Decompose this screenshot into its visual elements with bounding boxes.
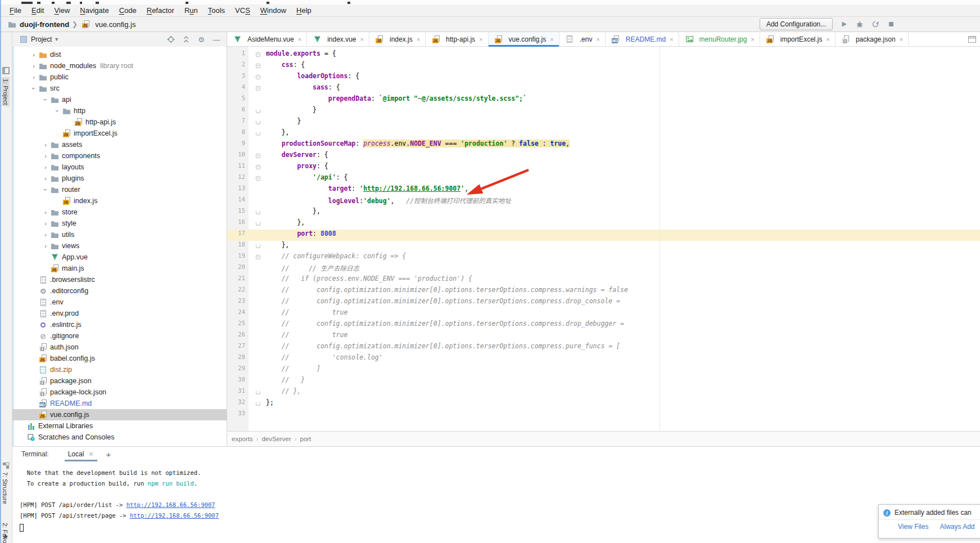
tab-vue.config.js[interactable]: JSvue.config.js× <box>489 32 559 46</box>
chevron-collapsed-icon[interactable]: › <box>42 209 49 216</box>
terminal-link[interactable]: http://192.168.66.56:9007 <box>127 501 215 508</box>
code-line-23[interactable]: 23 // config.optimization.minimizer[0].o… <box>227 297 980 308</box>
tab-package.json[interactable]: { }package.json× <box>836 32 909 46</box>
debug-icon[interactable] <box>855 20 864 29</box>
code-line-7[interactable]: 7 } <box>227 117 980 128</box>
menu-view[interactable]: View <box>49 5 75 16</box>
tree-item-babel.config.js[interactable]: ›JSbabel.config.js <box>12 353 227 364</box>
tree-item-.eslintrc.js[interactable]: ›.eslintrc.js <box>12 319 227 330</box>
code-line-16[interactable]: 16 }, <box>227 218 980 230</box>
project-tree[interactable]: ›dist›node_moduleslibrary root›public›sr… <box>12 47 227 446</box>
code-line-32[interactable]: 32}; <box>227 398 980 410</box>
chevron-expanded-icon[interactable]: › <box>54 107 61 115</box>
tree-item-node-modules[interactable]: ›node_moduleslibrary root <box>12 60 227 71</box>
add-configuration-button[interactable]: Add Configuration... <box>760 18 833 30</box>
chevron-collapsed-icon[interactable]: › <box>42 231 49 238</box>
menu-edit[interactable]: Edit <box>26 5 49 16</box>
fold-marker-icon[interactable] <box>256 110 260 113</box>
fold-marker-icon[interactable] <box>256 165 260 169</box>
code-line-22[interactable]: 22 // config.optimization.minimizer[0].o… <box>227 286 980 297</box>
tree-item-index.js[interactable]: ›JSindex.js <box>12 195 227 207</box>
tab-index.vue[interactable]: index.vue× <box>307 32 369 46</box>
code-breadcrumb-devserver[interactable]: devServer <box>261 436 291 442</box>
code-line-20[interactable]: 20 // // 生产去除日志 <box>227 263 980 275</box>
settings-icon[interactable]: ⚙ <box>197 35 206 44</box>
tree-item-.browserslistrc[interactable]: ›.browserslistrc <box>12 274 227 285</box>
fold-marker-icon[interactable] <box>256 64 260 68</box>
code-line-13[interactable]: 13 target: 'http://192.168.66.56:9007', <box>227 185 980 196</box>
code-line-33[interactable]: 33 <box>227 410 980 421</box>
menu-window[interactable]: Window <box>255 5 291 16</box>
code-line-26[interactable]: 26 // true <box>227 331 980 342</box>
tab-readme.md[interactable]: MDREADME.md× <box>606 32 679 46</box>
tree-item-assets[interactable]: ›assets <box>12 139 227 150</box>
tree-item-package-lock.json[interactable]: ›{ }package-lock.json <box>12 387 227 398</box>
sidebar-button-structure[interactable]: 7: Structure <box>2 472 8 504</box>
tree-item-.editorconfig[interactable]: ›⚙.editorconfig <box>12 285 227 297</box>
fold-marker-icon[interactable] <box>256 132 260 136</box>
structure-tool-icon[interactable] <box>2 462 10 469</box>
chevron-expanded-icon[interactable]: › <box>42 186 49 194</box>
code-line-24[interactable]: 24 // true <box>227 308 980 320</box>
run-icon[interactable] <box>839 20 848 29</box>
fold-marker-icon[interactable] <box>256 255 260 259</box>
terminal-link[interactable]: http://192.168.66.56:9007 <box>130 512 219 519</box>
menu-run[interactable]: Run <box>179 5 203 16</box>
tree-item-dist.zip[interactable]: ›dist.zip <box>12 364 227 375</box>
tab-menurouter.jpg[interactable]: menuRouter.jpg× <box>679 32 760 46</box>
project-tool-icon[interactable] <box>2 67 10 74</box>
fold-marker-icon[interactable] <box>256 391 260 394</box>
fold-marker-icon[interactable] <box>256 176 260 181</box>
close-icon[interactable]: × <box>596 36 599 43</box>
code-line-6[interactable]: 6 } <box>227 106 980 117</box>
fold-marker-icon[interactable] <box>256 245 260 248</box>
locate-icon[interactable] <box>166 35 175 44</box>
close-icon[interactable]: × <box>360 36 364 43</box>
tree-item-views[interactable]: ›views <box>12 240 227 252</box>
code-line-10[interactable]: 10 devServer: { <box>227 151 980 162</box>
code-breadcrumb-port[interactable]: port <box>300 436 311 442</box>
close-icon[interactable]: × <box>900 36 903 43</box>
code-line-3[interactable]: 3 loaderOptions: { <box>227 72 980 83</box>
chevron-collapsed-icon[interactable]: › <box>42 152 49 159</box>
chevron-down-icon[interactable]: ▼ <box>54 37 59 42</box>
close-icon[interactable]: × <box>550 36 553 43</box>
terminal-panel[interactable]: Terminal: Local ✕ + Note that the develo… <box>12 446 980 543</box>
tree-item-vue.config.js[interactable]: ›JSvue.config.js <box>12 409 227 420</box>
tree-item-layouts[interactable]: ›layouts <box>12 161 227 173</box>
code-line-8[interactable]: 8 }, <box>227 128 980 140</box>
code-line-29[interactable]: 29 // ] <box>227 365 980 376</box>
tab-importexcel.js[interactable]: JSimportExcel.js× <box>760 32 836 46</box>
code-line-19[interactable]: 19 // configureWebpack: config => { <box>227 252 980 263</box>
tab-options-icon[interactable] <box>968 36 976 43</box>
close-icon[interactable]: ✕ <box>88 451 93 458</box>
chevron-expanded-icon[interactable]: › <box>42 96 49 104</box>
tree-item-package.json[interactable]: ›{ }package.json <box>12 375 227 387</box>
tree-item-main.js[interactable]: ›JSmain.js <box>12 263 227 274</box>
tree-item-dist[interactable]: ›dist <box>12 49 227 60</box>
close-icon[interactable]: × <box>826 36 829 43</box>
menu-file[interactable]: File <box>4 5 26 16</box>
code-line-25[interactable]: 25 // config.optimization.minimizer[0].o… <box>227 320 980 331</box>
tree-item-http[interactable]: ›http <box>12 105 227 116</box>
tree-item-public[interactable]: ›public <box>12 71 227 83</box>
code-breadcrumb-exports[interactable]: exports <box>232 436 253 442</box>
tree-item-auth.json[interactable]: ›{ }auth.json <box>12 342 227 353</box>
chevron-expanded-icon[interactable]: › <box>30 84 37 92</box>
fold-marker-icon[interactable] <box>256 52 260 57</box>
code-line-17[interactable]: 17 port: 8008 <box>227 230 980 241</box>
tab-http-api.js[interactable]: JShttp-api.js× <box>426 32 488 46</box>
tab-index.js[interactable]: JSindex.js× <box>369 32 426 46</box>
tree-item-scratches-and-consoles[interactable]: ›Scratches and Consoles <box>12 432 227 443</box>
code-line-27[interactable]: 27 // config.optimization.minimizer[0].o… <box>227 342 980 353</box>
chevron-collapsed-icon[interactable]: › <box>30 51 38 58</box>
tree-item-app.vue[interactable]: ›App.vue <box>12 252 227 263</box>
code-line-15[interactable]: 15 }, <box>227 207 980 218</box>
breadcrumb-file[interactable]: vue.config.js <box>95 20 136 29</box>
tab-asidemenu.vue[interactable]: AsideMenu.vue× <box>227 32 307 46</box>
fold-marker-icon[interactable] <box>256 402 260 406</box>
tree-item-http-api.js[interactable]: ›JShttp-api.js <box>12 116 227 128</box>
code-line-4[interactable]: 4 sass: { <box>227 83 980 95</box>
menu-help[interactable]: Help <box>291 5 317 16</box>
menu-refactor[interactable]: Refactor <box>142 5 179 16</box>
